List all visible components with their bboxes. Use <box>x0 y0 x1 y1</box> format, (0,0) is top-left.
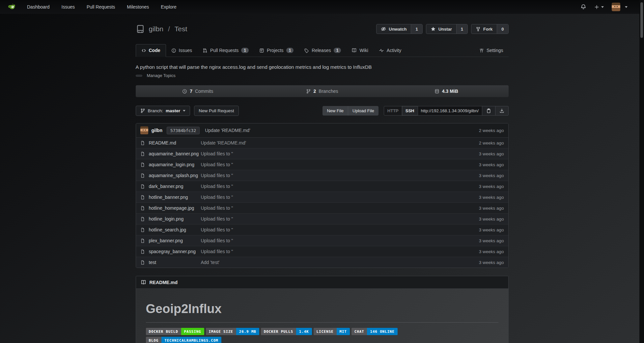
readme-badge[interactable]: LICENSE MIT <box>314 328 350 335</box>
repo-name-link[interactable]: Test <box>175 25 187 33</box>
new-file-button[interactable]: New File <box>322 106 348 116</box>
commit-message-link[interactable]: Update 'README.md' <box>205 128 250 133</box>
navbar-item-issues[interactable]: Issues <box>62 4 75 10</box>
file-icon <box>140 141 145 145</box>
manage-topics-link[interactable]: Manage Topics <box>147 73 176 78</box>
file-row[interactable]: hotline_banner.png Upload files to '' 3 … <box>136 192 508 203</box>
file-row[interactable]: spacegray_banner.png Upload files to '' … <box>136 246 508 257</box>
tab-releases[interactable]: Releases 1 <box>299 44 346 57</box>
unwatch-button[interactable]: Unwatch 1 <box>376 24 422 34</box>
file-icon <box>140 260 145 265</box>
file-row[interactable]: plex_banner.png Upload files to '' 3 wee… <box>136 235 508 246</box>
file-name-link[interactable]: hotline_search.jpg <box>149 227 201 232</box>
file-name-link[interactable]: hotline_banner.png <box>149 195 201 200</box>
topic-chip[interactable] <box>136 75 142 77</box>
user-menu[interactable] <box>612 3 628 11</box>
file-commit-message-link[interactable]: Upload files to '' <box>201 195 479 200</box>
wrench-tools-icon <box>479 48 484 53</box>
create-new-menu[interactable] <box>594 5 604 10</box>
clone-url-input[interactable] <box>418 106 482 116</box>
navbar-item-pull-requests[interactable]: Pull Requests <box>87 4 115 10</box>
file-commit-message-link[interactable]: Update 'README.md' <box>201 140 479 145</box>
http-protocol-button[interactable]: HTTP <box>384 106 402 116</box>
repo-owner-link[interactable]: gilbn <box>149 25 163 33</box>
unstar-button[interactable]: Unstar 1 <box>426 24 468 34</box>
tab-pull-requests[interactable]: Pull Requests 1 <box>197 44 254 57</box>
stat-commits[interactable]: 7 Commits <box>136 85 260 97</box>
history-icon <box>182 89 187 94</box>
file-name-link[interactable]: hotline_homepage.jpg <box>149 205 201 211</box>
file-name-link[interactable]: README.md <box>149 140 201 145</box>
repo-tab-label: Releases <box>312 48 331 53</box>
file-row[interactable]: aquamarine_splash.png Upload files to ''… <box>136 170 508 181</box>
file-commit-message-link[interactable]: Upload files to '' <box>201 249 479 254</box>
copy-clone-url-button[interactable] <box>482 106 495 116</box>
repo-tab-count: 1 <box>334 48 341 53</box>
badge-value: 26.9 MB <box>236 328 259 335</box>
file-row[interactable]: aquamarine_login.png Upload files to '' … <box>136 159 508 170</box>
stat-branches[interactable]: 2 Branches <box>260 85 384 97</box>
file-row[interactable]: hotline_search.jpg Upload files to '' 3 … <box>136 224 508 235</box>
file-row[interactable]: aquamarine_banner.png Upload files to ''… <box>136 148 508 159</box>
files-table: README.md Update 'README.md' 2 weeks ago… <box>136 138 508 268</box>
file-row[interactable]: hotline_homepage.jpg Upload files to '' … <box>136 203 508 214</box>
repo-action-count[interactable]: 1 <box>411 24 422 34</box>
repo-action-count[interactable]: 0 <box>497 24 508 34</box>
fork-button[interactable]: Fork 0 <box>471 24 508 34</box>
branch-selector-button[interactable]: Branch: master <box>136 106 190 116</box>
repo-action-count[interactable]: 1 <box>456 24 467 34</box>
gitea-logo[interactable] <box>7 2 17 12</box>
file-commit-message-link[interactable]: Upload files to '' <box>201 216 479 222</box>
file-name-link[interactable]: aquamarine_login.png <box>149 162 201 167</box>
repo-tab-count: 1 <box>241 48 249 53</box>
repo-tabs: Code Issues Pull Requests 1 Projects 1 R… <box>136 44 407 57</box>
file-commit-message-link[interactable]: Upload files to '' <box>201 238 479 243</box>
navbar-item-milestones[interactable]: Milestones <box>127 4 149 10</box>
file-commit-message-link[interactable]: Upload files to '' <box>201 162 479 167</box>
file-commit-message-link[interactable]: Upload files to '' <box>201 184 479 189</box>
download-archive-button[interactable] <box>495 106 509 116</box>
readme-badge[interactable]: BLOG TECHNICALRAMBLINGS.COM <box>146 337 221 343</box>
readme-badge[interactable]: DOCKER BUILD PASSING <box>146 328 204 335</box>
file-name-link[interactable]: hotline_login.png <box>149 216 201 222</box>
readme-badge[interactable]: IMAGE SIZE 26.9 MB <box>206 328 259 335</box>
notifications-bell-icon[interactable] <box>580 4 586 10</box>
file-name-link[interactable]: aquamarine_banner.png <box>149 151 201 156</box>
tab-issues[interactable]: Issues <box>166 44 197 57</box>
file-row[interactable]: test Add 'test' 3 weeks ago <box>136 257 508 268</box>
repo-action-label: Fork <box>483 27 492 32</box>
file-name-link[interactable]: plex_banner.png <box>149 238 201 243</box>
file-name-link[interactable]: spacegray_banner.png <box>149 249 201 254</box>
file-name-link[interactable]: aquamarine_splash.png <box>149 173 201 178</box>
upload-file-button[interactable]: Upload File <box>348 106 378 116</box>
navbar-item-explore[interactable]: Explore <box>161 4 176 10</box>
file-name-link[interactable]: test <box>149 260 201 265</box>
tab-settings[interactable]: Settings <box>474 44 509 57</box>
page-scrollbar-thumb[interactable] <box>640 2 643 38</box>
stat-size[interactable]: 4.3 MiB <box>384 85 508 97</box>
file-commit-message-link[interactable]: Upload files to '' <box>201 205 479 211</box>
readme-badge[interactable]: DOCKER PULLS 1.4K <box>261 328 312 335</box>
tab-wiki[interactable]: Wiki <box>346 44 373 57</box>
file-row[interactable]: README.md Update 'README.md' 2 weeks ago <box>136 138 508 148</box>
file-row[interactable]: dark_banner.png Upload files to '' 3 wee… <box>136 181 508 192</box>
commit-hash-link[interactable]: 57384bfc32 <box>167 127 200 134</box>
ssh-protocol-button[interactable]: SSH <box>402 106 418 116</box>
navbar-item-dashboard[interactable]: Dashboard <box>27 4 50 10</box>
file-commit-message-link[interactable]: Add 'test' <box>201 260 479 265</box>
file-commit-message-link[interactable]: Upload files to '' <box>201 151 479 156</box>
new-pull-request-button[interactable]: New Pull Request <box>194 106 238 116</box>
tab-projects[interactable]: Projects 1 <box>254 44 299 57</box>
file-name-link[interactable]: dark_banner.png <box>149 184 201 189</box>
file-commit-message-link[interactable]: Upload files to '' <box>201 173 479 178</box>
tab-code[interactable]: Code <box>136 44 166 57</box>
page-scrollbar-track[interactable] <box>639 0 644 343</box>
file-commit-message-link[interactable]: Upload files to '' <box>201 227 479 232</box>
eye-slash-icon <box>381 26 386 32</box>
readme-header: README.md <box>136 276 508 289</box>
commit-author-link[interactable]: gilbn <box>152 128 162 133</box>
tab-activity[interactable]: Activity <box>374 44 406 57</box>
file-row[interactable]: hotline_login.png Upload files to '' 3 w… <box>136 214 508 224</box>
readme-badge[interactable]: CHAT 146 ONLINE <box>351 328 398 335</box>
commit-author-avatar[interactable] <box>140 126 148 134</box>
